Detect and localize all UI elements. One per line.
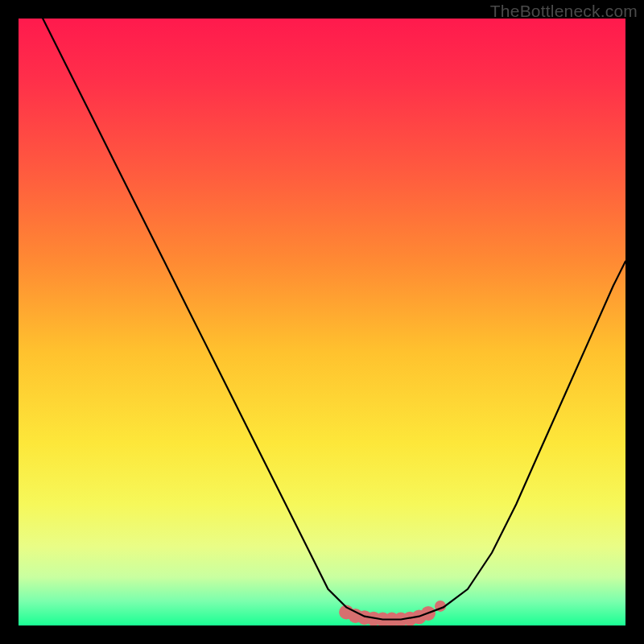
plot-area (19, 19, 625, 625)
gradient-background (19, 19, 625, 625)
chart-frame: TheBottleneck.com (0, 0, 644, 644)
chart-svg (19, 19, 625, 625)
watermark-text: TheBottleneck.com (490, 2, 638, 21)
